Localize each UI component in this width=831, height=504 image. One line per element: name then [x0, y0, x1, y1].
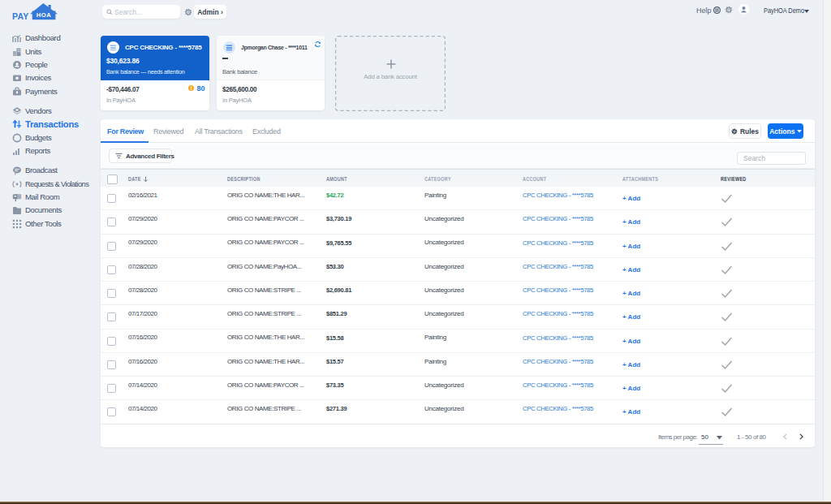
svg-text:HOA: HOA [37, 11, 51, 19]
